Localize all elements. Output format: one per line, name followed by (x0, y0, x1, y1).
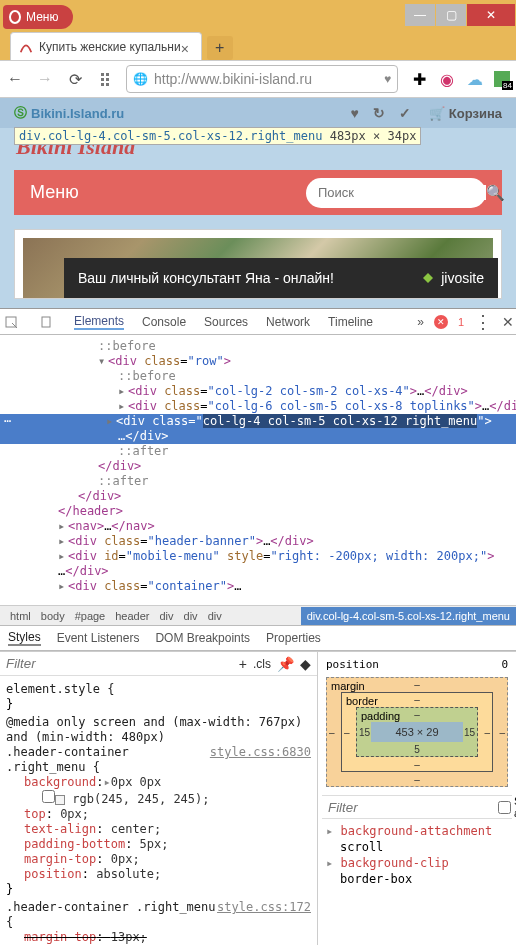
error-badge[interactable]: ✕ (434, 315, 448, 329)
puzzle-icon[interactable]: ✚ (410, 70, 428, 88)
breadcrumb-item[interactable]: header (110, 610, 154, 622)
prop-checkbox[interactable] (42, 790, 55, 803)
cloud-icon[interactable]: ☁ (466, 70, 484, 88)
forward-button[interactable]: → (36, 70, 54, 88)
devtools-tabs: Elements Console Sources Network Timelin… (0, 309, 516, 335)
extension-icons: ✚ ◉ ☁ 84 (410, 70, 510, 88)
skype-name: Bikini.Island.ru (31, 106, 124, 121)
styles-panel: + .cls 📌 ◆ element.style { } @media only… (0, 651, 516, 945)
menu-bar: Меню 🔍 (14, 170, 502, 215)
heart-icon[interactable]: ♥ (384, 72, 391, 86)
tab-timeline[interactable]: Timeline (328, 315, 373, 329)
browser-tab[interactable]: Купить женские купальни × (10, 32, 202, 60)
cls-button[interactable]: .cls (253, 657, 271, 671)
tag-icon[interactable]: ◆ (300, 656, 311, 672)
box-content: 453 × 29 (371, 722, 463, 742)
styles-content[interactable]: element.style { } @media only screen and… (0, 676, 317, 945)
computed-panel: position0 margin –––– border –––– paddin… (318, 652, 516, 945)
heart-icon[interactable]: ♥ (351, 105, 359, 121)
badge-icon[interactable]: 84 (494, 71, 510, 87)
computed-filter-row: Show all (322, 795, 512, 819)
tab-bar: Купить женские купальни × + (0, 30, 516, 60)
element-highlight-tooltip: div.col-lg-4.col-sm-5.col-xs-12.right_me… (14, 127, 421, 145)
more-tabs-icon[interactable]: » (417, 315, 424, 329)
svg-point-0 (10, 11, 20, 23)
breadcrumb-item[interactable]: div (179, 610, 203, 622)
tab-sources[interactable]: Sources (204, 315, 248, 329)
new-tab-button[interactable]: + (207, 36, 233, 60)
page-viewport: Ⓢ Bikini.Island.ru ♥ ↻ ✓ 🛒 Корзина div.c… (0, 98, 516, 308)
dom-breadcrumb: html body #page header div div div div.c… (0, 605, 516, 625)
svg-rect-2 (42, 317, 50, 327)
show-all-checkbox[interactable]: Show all (498, 795, 516, 819)
computed-filter-input[interactable] (328, 800, 498, 815)
tab-close-icon[interactable]: × (181, 41, 193, 53)
breadcrumb-item[interactable]: body (36, 610, 70, 622)
speed-dial-icon[interactable] (96, 70, 114, 88)
subtab-listeners[interactable]: Event Listeners (57, 631, 140, 645)
back-button[interactable]: ← (6, 70, 24, 88)
tab-title: Купить женские купальни (39, 40, 181, 54)
search-wrapper: 🔍 (306, 178, 486, 208)
search-icon[interactable]: 🔍 (486, 184, 505, 202)
tab-console[interactable]: Console (142, 315, 186, 329)
window-controls: — ▢ ✕ (405, 4, 516, 26)
breadcrumb-item[interactable]: div (203, 610, 227, 622)
opera-menu-button[interactable]: Меню (3, 5, 73, 29)
url-input-wrapper: 🌐 ♥ (126, 65, 398, 93)
styles-rules: + .cls 📌 ◆ element.style { } @media only… (0, 652, 318, 945)
device-icon[interactable] (38, 313, 56, 331)
breadcrumb-item[interactable]: #page (70, 610, 111, 622)
subtab-properties[interactable]: Properties (266, 631, 321, 645)
devtools-close-icon[interactable]: ✕ (502, 314, 514, 330)
search-input[interactable] (318, 185, 486, 200)
reload-button[interactable]: ⟳ (66, 70, 84, 88)
cart-glyph-icon: 🛒 (429, 106, 445, 121)
position-row: position0 (322, 656, 512, 673)
styles-filter-row: + .cls 📌 ◆ (0, 652, 317, 676)
subtab-breakpoints[interactable]: DOM Breakpoints (155, 631, 250, 645)
menu-label[interactable]: Меню (30, 182, 79, 203)
cart-label: Корзина (449, 106, 502, 121)
box-model: margin –––– border –––– padding –51515 4… (326, 677, 508, 787)
new-rule-icon[interactable]: + (239, 656, 247, 672)
cart-icon[interactable]: 🛒 Корзина (429, 106, 502, 121)
maximize-button[interactable]: ▢ (436, 4, 466, 26)
breadcrumb-item[interactable]: div (155, 610, 179, 622)
favicon-icon (19, 40, 33, 54)
inspect-icon[interactable] (2, 313, 20, 331)
selected-dom-node[interactable]: ⋯▸<div class="col-lg-4 col-sm-5 col-xs-1… (0, 414, 516, 429)
globe-icon: 🌐 (133, 72, 148, 86)
tab-elements[interactable]: Elements (74, 314, 124, 330)
pin-icon[interactable]: 📌 (277, 656, 294, 672)
styles-subtabs: Styles Event Listeners DOM Breakpoints P… (0, 625, 516, 651)
dom-tree[interactable]: ::before ▾<div class="row"> ::before ▸<d… (0, 335, 516, 605)
titlebar: Меню — ▢ ✕ (0, 0, 516, 30)
breadcrumb-item[interactable]: html (5, 610, 36, 622)
address-bar: ← → ⟳ 🌐 ♥ ✚ ◉ ☁ 84 (0, 60, 516, 98)
page-topbar: Ⓢ Bikini.Island.ru ♥ ↻ ✓ 🛒 Корзина (0, 98, 516, 128)
jivosite-bar[interactable]: Ваш личный консультант Яна - онлайн! jiv… (64, 258, 498, 298)
refresh-icon[interactable]: ↻ (373, 105, 385, 121)
styles-filter-input[interactable] (6, 656, 233, 671)
close-button[interactable]: ✕ (467, 4, 515, 26)
check-icon[interactable]: ✓ (399, 105, 411, 121)
eye-icon[interactable]: ◉ (438, 70, 456, 88)
subtab-styles[interactable]: Styles (8, 630, 41, 646)
jivosite-text: Ваш личный консультант Яна - онлайн! (78, 270, 334, 286)
minimize-button[interactable]: — (405, 4, 435, 26)
url-input[interactable] (154, 71, 378, 87)
computed-list[interactable]: ▸ background-attachment scroll ▸ backgro… (322, 819, 512, 887)
kebab-icon[interactable]: ⋮ (474, 311, 492, 333)
tab-network[interactable]: Network (266, 315, 310, 329)
skype-icon: Ⓢ (14, 104, 27, 122)
breadcrumb-current[interactable]: div.col-lg-4.col-sm-5.col-xs-12.right_me… (301, 607, 516, 625)
devtools: Elements Console Sources Network Timelin… (0, 308, 516, 945)
opera-menu-label: Меню (26, 10, 58, 24)
jivosite-logo: jivosite (421, 270, 484, 286)
